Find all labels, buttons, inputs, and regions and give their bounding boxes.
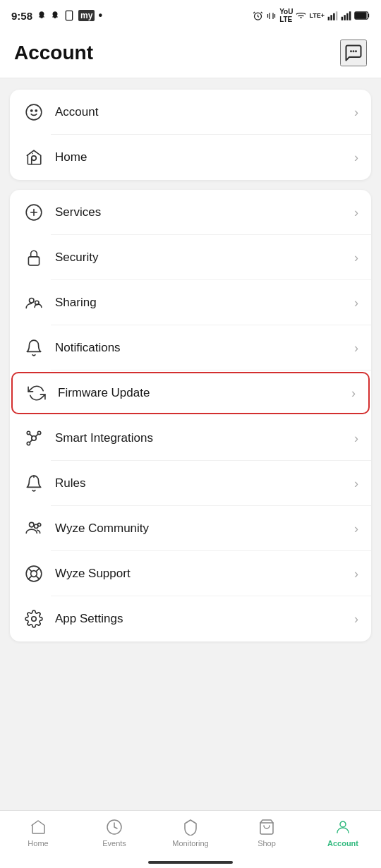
menu-item-home[interactable]: Home › (10, 135, 371, 180)
services-label: Services (55, 205, 354, 219)
nav-monitoring-icon (181, 818, 200, 836)
nav-events-icon (105, 818, 123, 836)
menu-item-app-settings[interactable]: App Settings › (10, 596, 371, 641)
nav-account-label: Account (327, 839, 358, 848)
svg-point-29 (27, 442, 30, 445)
page-header: Account (0, 31, 381, 78)
chevron-icon: › (354, 341, 358, 356)
home-indicator (148, 861, 233, 864)
svg-rect-6 (341, 16, 344, 20)
nav-events-label: Events (102, 839, 126, 848)
svg-rect-4 (333, 13, 335, 20)
menu-item-sharing[interactable]: Sharing › (10, 280, 371, 325)
security-label: Security (55, 251, 354, 265)
status-time: 9:58 (11, 10, 32, 22)
svg-rect-3 (330, 15, 332, 20)
settings-icon (23, 608, 45, 630)
status-bar: 9:58 my • YoULTE LTE+ (0, 0, 381, 31)
svg-rect-11 (356, 13, 366, 18)
svg-rect-8 (346, 13, 349, 20)
nav-home-icon (29, 818, 47, 836)
nav-events[interactable]: Events (76, 818, 152, 848)
status-app-icons: my • (37, 9, 102, 22)
chevron-icon: › (354, 431, 358, 446)
card-group-2: Services › Security › Sharing › Notifica… (10, 190, 371, 641)
page-title: Account (14, 42, 93, 64)
svg-point-36 (37, 523, 40, 526)
svg-point-27 (27, 431, 30, 434)
svg-line-31 (35, 435, 37, 437)
chevron-icon: › (351, 386, 356, 401)
plus-circle-icon (23, 201, 45, 224)
firmware-label: Firmware Update (58, 386, 351, 400)
main-content: Account › Home › Services › Security › (0, 78, 381, 653)
community-icon (23, 517, 45, 540)
nav-account-icon (334, 818, 352, 836)
chevron-icon: › (354, 522, 358, 536)
chevron-icon: › (354, 251, 358, 265)
menu-item-wyze-community[interactable]: Wyze Community › (10, 506, 371, 551)
chevron-icon: › (354, 567, 358, 581)
svg-rect-23 (28, 257, 39, 265)
svg-rect-2 (328, 16, 330, 20)
menu-item-firmware[interactable]: Firmware Update › (11, 372, 370, 414)
svg-point-28 (37, 431, 40, 434)
menu-item-wyze-support[interactable]: Wyze Support › (10, 551, 371, 596)
nav-shop-icon (258, 818, 276, 836)
svg-line-32 (30, 440, 32, 442)
support-icon (23, 562, 45, 585)
svg-point-42 (340, 821, 346, 827)
menu-item-notifications[interactable]: Notifications › (10, 325, 371, 370)
nav-shop-label: Shop (258, 839, 276, 848)
menu-item-smart-integrations[interactable]: Smart Integrations › (10, 416, 371, 461)
svg-line-30 (30, 435, 32, 437)
nav-home[interactable]: Home (0, 818, 76, 848)
chevron-icon: › (354, 296, 358, 311)
bell-icon (23, 337, 45, 359)
svg-rect-0 (66, 11, 72, 20)
sharing-icon (23, 291, 45, 314)
smart-integrations-icon (23, 427, 45, 450)
chevron-icon: › (354, 105, 358, 120)
nav-shop[interactable]: Shop (229, 818, 305, 848)
menu-item-rules[interactable]: Rules › (10, 461, 371, 506)
refresh-icon (25, 382, 48, 404)
svg-rect-5 (336, 11, 338, 20)
svg-point-17 (35, 110, 37, 111)
svg-point-15 (26, 104, 42, 120)
svg-point-16 (31, 110, 32, 111)
status-right-icons: YoULTE LTE+ (253, 8, 370, 23)
account-label: Account (55, 105, 354, 119)
lock-icon (23, 246, 45, 269)
chevron-icon: › (354, 612, 358, 627)
menu-item-security[interactable]: Security › (10, 235, 371, 280)
smart-integrations-label: Smart Integrations (55, 431, 354, 445)
rules-label: Rules (55, 476, 354, 490)
card-group-1: Account › Home › (10, 90, 371, 180)
svg-point-24 (30, 299, 35, 303)
home-icon (23, 146, 45, 169)
sharing-label: Sharing (55, 296, 354, 310)
bottom-navigation: Home Events Monitoring Shop Account (0, 810, 381, 868)
rules-icon (23, 472, 45, 495)
chevron-icon: › (354, 476, 358, 491)
menu-item-account[interactable]: Account › (10, 90, 371, 135)
chat-button[interactable] (340, 40, 367, 66)
svg-point-39 (32, 617, 37, 622)
wyze-support-label: Wyze Support (55, 567, 354, 581)
svg-rect-9 (349, 11, 351, 20)
menu-item-services[interactable]: Services › (10, 190, 371, 235)
app-settings-label: App Settings (55, 612, 354, 626)
face-icon (23, 101, 45, 123)
nav-monitoring-label: Monitoring (172, 839, 208, 848)
chevron-icon: › (354, 205, 358, 220)
nav-monitoring[interactable]: Monitoring (152, 818, 229, 848)
nav-account[interactable]: Account (305, 818, 381, 848)
svg-rect-7 (344, 15, 346, 20)
wyze-community-label: Wyze Community (55, 522, 354, 536)
chevron-icon: › (354, 150, 358, 165)
nav-home-label: Home (28, 839, 48, 848)
svg-point-18 (32, 156, 37, 161)
notifications-label: Notifications (55, 341, 354, 355)
svg-point-34 (30, 522, 35, 527)
